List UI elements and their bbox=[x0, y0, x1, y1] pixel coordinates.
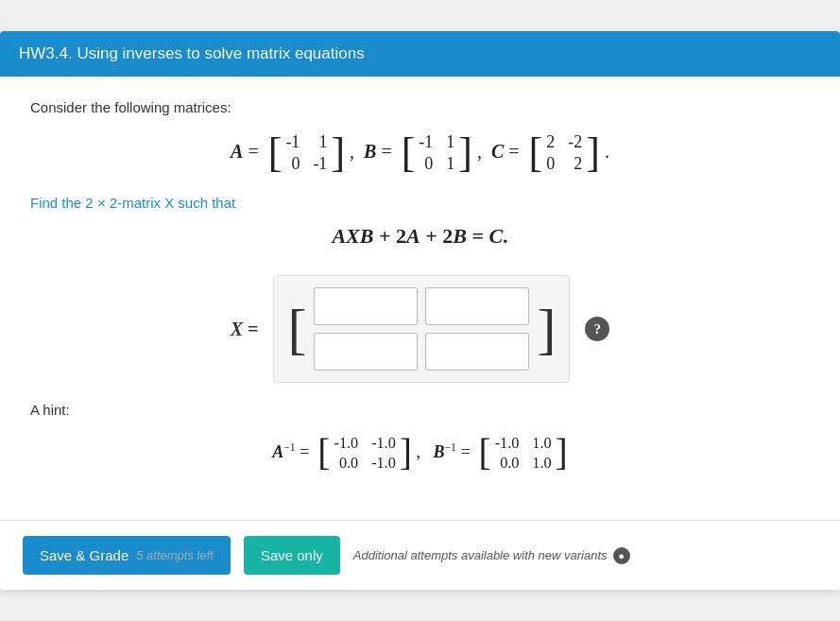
save-grade-label: Save & Grade bbox=[40, 547, 129, 563]
matrix-C: [ 2 -2 0 2 ] bbox=[529, 130, 600, 176]
equation-text: AXB bbox=[332, 224, 373, 248]
save-grade-button[interactable]: Save & Grade 5 attempts left bbox=[23, 536, 231, 575]
footer: Save & Grade 5 attempts left Save only A… bbox=[0, 520, 840, 590]
ainv21: 0.0 bbox=[334, 455, 359, 473]
matrix-A-inv-grid: -1.0 -1.0 0.0 -1.0 bbox=[331, 433, 400, 474]
b22: 1 bbox=[446, 154, 454, 174]
input-x22[interactable] bbox=[425, 333, 529, 371]
bracket-right: ] bbox=[556, 435, 568, 473]
matrix-B-grid: -1 1 0 1 bbox=[415, 130, 458, 176]
header-title: HW3.4. Using inverses to solve matrix eq… bbox=[19, 44, 365, 62]
binv12: 1.0 bbox=[532, 435, 551, 453]
b12: 1 bbox=[446, 132, 454, 152]
a11: -1 bbox=[285, 132, 300, 152]
a12: 1 bbox=[313, 132, 327, 152]
b11: -1 bbox=[419, 132, 433, 152]
matrix-B-inv: [ -1.0 1.0 0.0 1.0 ] bbox=[479, 433, 568, 474]
binv22: 1.0 bbox=[532, 455, 551, 473]
hint-matrices: A−1 = [ -1.0 -1.0 0.0 -1.0 ] , B−1 = [ -… bbox=[30, 433, 810, 474]
ainv12: -1.0 bbox=[371, 435, 396, 453]
c11: 2 bbox=[546, 132, 555, 152]
input-x21[interactable] bbox=[314, 333, 418, 371]
matrix-B-inv-grid: -1.0 1.0 0.0 1.0 bbox=[491, 433, 556, 474]
ainv22: -1.0 bbox=[371, 455, 396, 473]
equation-display: AXB + 2A + 2B = C. bbox=[30, 224, 810, 249]
page-content: Consider the following matrices: A = [ -… bbox=[0, 77, 840, 520]
matrices-display: A = [ -1 1 0 -1 ] , B = [ -1 1 0 bbox=[30, 130, 810, 176]
binv21: 0.0 bbox=[495, 455, 520, 473]
additional-text-area: Additional attempts available with new v… bbox=[353, 547, 630, 564]
matrix-input-container: [ ] bbox=[273, 275, 570, 383]
bracket-left: [ bbox=[317, 435, 330, 473]
save-only-label: Save only bbox=[261, 547, 323, 563]
hint-label: A hint: bbox=[30, 402, 810, 418]
equation-plus1: + 2 bbox=[373, 224, 406, 248]
bracket-right: ] bbox=[458, 132, 472, 174]
a21: 0 bbox=[285, 154, 300, 174]
info-icon[interactable]: ● bbox=[613, 547, 630, 564]
matrix-A: [ -1 1 0 -1 ] bbox=[268, 130, 345, 176]
main-card: HW3.4. Using inverses to solve matrix eq… bbox=[0, 31, 840, 590]
matrix-C-grid: 2 -2 0 2 bbox=[542, 130, 586, 176]
a22: -1 bbox=[313, 154, 327, 174]
bracket-right: ] bbox=[331, 132, 345, 174]
b21: 0 bbox=[419, 154, 433, 174]
input-x12[interactable] bbox=[425, 287, 529, 325]
find-label: Find the 2 × 2-matrix X such that bbox=[30, 195, 810, 211]
matrix-inputs-grid bbox=[314, 287, 529, 371]
c12: -2 bbox=[568, 132, 582, 152]
input-bracket-right: ] bbox=[537, 301, 556, 357]
bracket-left: [ bbox=[529, 132, 543, 174]
bracket-left: [ bbox=[268, 132, 283, 174]
additional-text: Additional attempts available with new v… bbox=[353, 548, 608, 562]
ainv11: -1.0 bbox=[334, 435, 359, 453]
bracket-left: [ bbox=[479, 435, 491, 473]
attempts-left: 5 attempts left bbox=[136, 548, 214, 562]
bracket-right: ] bbox=[400, 435, 412, 473]
save-only-button[interactable]: Save only bbox=[244, 536, 340, 575]
c21: 0 bbox=[546, 154, 555, 174]
x-equals-label: X = bbox=[231, 319, 259, 340]
binv11: -1.0 bbox=[495, 435, 520, 453]
input-bracket-left: [ bbox=[287, 301, 306, 357]
consider-label: Consider the following matrices: bbox=[30, 99, 810, 115]
bracket-right: ] bbox=[586, 132, 600, 174]
matrix-A-grid: -1 1 0 -1 bbox=[282, 130, 331, 176]
help-icon[interactable]: ? bbox=[585, 317, 609, 341]
matrix-input-area: X = [ ] ? bbox=[30, 275, 810, 383]
matrix-A-inv: [ -1.0 -1.0 0.0 -1.0 ] bbox=[317, 433, 412, 474]
input-x11[interactable] bbox=[314, 287, 418, 325]
matrix-B: [ -1 1 0 1 ] bbox=[402, 130, 472, 176]
c22: 2 bbox=[568, 154, 582, 174]
bracket-left: [ bbox=[402, 132, 416, 174]
page-header: HW3.4. Using inverses to solve matrix eq… bbox=[0, 31, 840, 77]
